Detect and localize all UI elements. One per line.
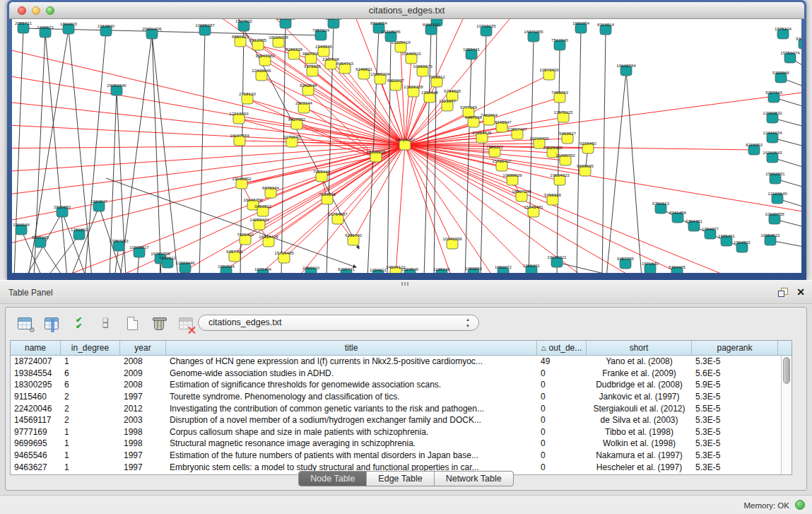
graph-edge (311, 59, 405, 145)
select-all-icon[interactable]: ✔ ✔ (69, 314, 88, 332)
network-view-window: citations_edges.txt 18724007183002958860… (7, 0, 806, 280)
graph-node-label: 8427552 (288, 117, 306, 122)
graph-node-label: 1731862 (71, 227, 88, 232)
graph-node-label: 12103649 (767, 191, 787, 196)
graph-node-label: 9827508 (302, 51, 320, 56)
graph-edge (12, 124, 405, 145)
table-row[interactable]: 1456911722003Disruption of a novel membe… (11, 414, 781, 426)
graph-node-label: 1934847 (90, 199, 108, 204)
table-row[interactable]: 2242004622012Investigating the contribut… (11, 402, 781, 414)
graph-node[interactable] (280, 19, 291, 28)
cell-title: Corpus callosum shape and size in male p… (166, 427, 537, 437)
cell-title: Structural magnetic resonance image aver… (166, 438, 537, 448)
graph-edge (152, 34, 161, 273)
table-row[interactable]: 977716911998Corpus callosum shape and si… (11, 426, 781, 438)
cell-name: 22420046 (11, 404, 61, 414)
graph-node-label: 7625402 (237, 232, 254, 237)
graph-node-label: 9115460 (579, 141, 596, 146)
delete-table-icon[interactable] (150, 314, 168, 332)
graph-node-label: 1631054 (572, 21, 590, 25)
graph-node-label: 16543382 (255, 53, 275, 58)
graph-node-label: 1571640 (642, 261, 659, 266)
cell-short: Yano et al. (2008) (587, 356, 692, 366)
cell-name: 18724007 (11, 356, 61, 366)
graph-node-label: 8813054 (370, 21, 388, 25)
table-settings-icon[interactable]: ⚙ (16, 314, 34, 332)
graph-node-label: 8941458 (669, 210, 687, 215)
graph-node[interactable] (328, 19, 339, 28)
tab-network-table[interactable]: Network Table (435, 472, 513, 486)
table-row[interactable]: 946554611997Estimation of the future num… (11, 450, 781, 462)
graph-node-label: 12213393 (229, 111, 249, 116)
graph-node-label: 8186328 (286, 47, 303, 52)
table-row[interactable]: 1830029562008Estimation of significance … (11, 379, 781, 391)
table-row[interactable]: 911546021997Tourette syndrome. Phenomeno… (11, 391, 781, 403)
column-header-year[interactable]: year (120, 341, 166, 355)
column-header-name[interactable]: name (11, 341, 61, 355)
table-header-row: namein_degreeyeartitle△out_de...shortpag… (11, 341, 792, 356)
scrollbar-thumb[interactable] (783, 357, 790, 384)
table-row[interactable]: 969969511998Structural magnetic resonanc… (11, 438, 781, 450)
graph-node-label: 2405572 (37, 25, 54, 30)
status-bar: Memory: OK (0, 495, 812, 514)
graph-node-label: 9457795 (617, 256, 635, 261)
float-panel-icon[interactable] (778, 288, 788, 297)
graph-node-label: 16754887 (328, 211, 348, 216)
table-select-dropdown[interactable]: citations_edges.txt ▲▼ (198, 315, 479, 331)
graph-node-label: 10688609 (502, 173, 522, 177)
graph-edge (120, 34, 152, 273)
graph-node-label: 16033809 (276, 19, 295, 21)
graph-edge (481, 31, 486, 273)
close-panel-icon[interactable]: ✕ (796, 286, 805, 298)
table-scrollbar[interactable] (781, 356, 792, 474)
graph-node-label: 15720407 (492, 158, 512, 163)
cell-pagerank: 5.3E-5 (692, 392, 778, 402)
graph-node-label: 8466160 (423, 22, 440, 27)
graph-node-label: 15692951 (765, 171, 785, 176)
clear-selection-icon[interactable]: ❑ ❑ (96, 314, 114, 332)
cell-in_degree: 1 (61, 356, 120, 366)
column-header-pagerank[interactable]: pagerank (692, 341, 778, 355)
graph-node-label: 1804203 (60, 21, 78, 26)
cell-short: Stergiakouli et al. (2012) (587, 404, 692, 414)
graph-edge (557, 45, 560, 273)
graph-node-label: 9329961 (796, 36, 801, 41)
cell-year: 1997 (120, 392, 166, 402)
graph-node-label: 1990448 (421, 90, 439, 95)
cell-short: Dudbridge et al. (2008) (587, 380, 692, 390)
graph-node-label: 1575104 (775, 26, 792, 31)
cell-name: 18300295 (11, 380, 61, 390)
table-row[interactable]: 1872400712008Changes of HCN gene express… (11, 356, 781, 368)
graph-node-label: 18907249 (512, 189, 531, 194)
column-header-short[interactable]: short (587, 341, 692, 355)
network-canvas[interactable]: 1872400718300295886012389129551822605881… (12, 19, 801, 273)
graph-node-label: 13626158 (404, 84, 423, 89)
graph-node-label: 29053346 (107, 83, 126, 88)
cell-in_degree: 2 (61, 404, 120, 414)
column-header-out_de[interactable]: △out_de... (537, 341, 587, 355)
table-panel: Table Panel ✕ ⚙✔ ✔❑ ❑❌f(x) citations_edg… (0, 280, 812, 495)
window-titlebar[interactable]: citations_edges.txt (9, 2, 804, 19)
graph-edge (606, 71, 626, 273)
tab-node-table[interactable]: Node Table (299, 472, 367, 486)
graph-node-label: 9146821 (355, 66, 373, 71)
graph-edge (529, 37, 534, 273)
graph-node-label: 9463627 (559, 131, 577, 136)
import-table-icon[interactable]: ❌ (177, 314, 195, 332)
cell-pagerank: 5.3E-5 (692, 415, 778, 425)
graph-node-label: 10025458 (543, 145, 563, 150)
cell-short: Tibbo et al. (1998) (587, 427, 692, 437)
cell-out_de: 49 (537, 356, 587, 366)
panel-drag-handle[interactable] (401, 282, 410, 286)
cell-in_degree: 2 (61, 392, 120, 402)
graph-node-label: 1913840 (98, 23, 115, 28)
new-table-icon[interactable] (123, 314, 141, 332)
network-canvas-wrap[interactable]: 1872400718300295886012389129551822605881… (12, 19, 801, 273)
table-columns-icon[interactable] (42, 314, 61, 332)
cell-short: Wolkin et al. (1998) (587, 438, 692, 448)
table-row[interactable]: 1938455462009Genome-wide association stu… (11, 368, 781, 380)
table-select-value: citations_edges.txt (208, 317, 282, 327)
column-header-title[interactable]: title (166, 341, 537, 355)
column-header-in_degree[interactable]: in_degree (61, 341, 120, 355)
tab-edge-table[interactable]: Edge Table (367, 472, 434, 486)
